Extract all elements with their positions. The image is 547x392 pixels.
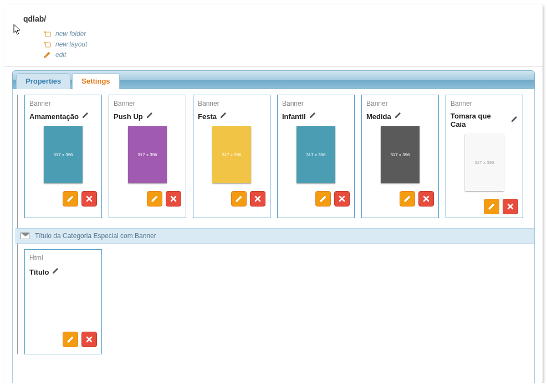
card-type-label: Banner: [198, 100, 265, 107]
section-title: Título da Categoria Especial com Banner: [35, 232, 156, 240]
action-label: new layout: [55, 40, 87, 48]
divider: [4, 66, 543, 67]
pencil-icon[interactable]: [146, 112, 154, 121]
banner-row: BannerAmamentação317 x 396BannerPush Up3…: [24, 95, 529, 218]
card-type-label: Banner: [366, 100, 434, 107]
pencil-icon[interactable]: [511, 116, 518, 125]
edit-button[interactable]: [147, 191, 162, 207]
card-title: Medida: [366, 112, 391, 121]
banner-thumb: 317 x 396: [212, 126, 251, 183]
card-type-label: Banner: [29, 100, 97, 107]
folder-actions: new folder new layout edit: [42, 29, 543, 60]
card-title: Título: [29, 268, 49, 276]
banner-thumb: 317 x 396: [465, 134, 504, 191]
banner-card: BannerAmamentação317 x 396: [24, 95, 102, 218]
panel-body: BannerAmamentação317 x 396BannerPush Up3…: [12, 89, 535, 383]
edit-button[interactable]: [315, 191, 331, 207]
banner-thumb: 317 x 396: [296, 126, 335, 183]
delete-button[interactable]: [334, 191, 350, 207]
svg-rect-3: [45, 43, 50, 47]
banner-thumb: 317 x 396: [128, 126, 167, 183]
action-label: new folder: [55, 30, 86, 38]
card-title: Tomara que Caia: [451, 112, 508, 128]
tab-settings[interactable]: Settings: [72, 73, 119, 89]
delete-button[interactable]: [166, 191, 181, 207]
pencil-icon[interactable]: [82, 112, 89, 121]
delete-button[interactable]: [81, 191, 97, 207]
banner-card: BannerPush Up317 x 396: [109, 95, 186, 218]
section-header[interactable]: Título da Categoria Especial com Banner: [16, 228, 534, 244]
edit-button[interactable]: [400, 191, 415, 207]
pencil-icon: [42, 51, 52, 59]
new-layout-icon: [42, 41, 52, 48]
new-folder-action[interactable]: new folder: [42, 29, 543, 39]
tab-properties[interactable]: Properties: [16, 73, 70, 89]
pencil-icon[interactable]: [309, 112, 316, 121]
new-folder-icon: [42, 30, 52, 37]
card-type-label: Banner: [451, 100, 518, 107]
edit-button[interactable]: [231, 191, 247, 207]
svg-rect-0: [45, 32, 50, 37]
delete-button[interactable]: [418, 191, 434, 207]
breadcrumb[interactable]: qdlab/: [4, 4, 543, 29]
html-card: Html Título: [24, 249, 102, 354]
card-type-label: Html: [29, 254, 97, 262]
pencil-icon[interactable]: [395, 112, 402, 121]
edit-action[interactable]: edit: [42, 50, 543, 60]
card-type-label: Banner: [282, 100, 350, 107]
new-layout-action[interactable]: new layout: [42, 39, 543, 49]
action-label: edit: [55, 51, 66, 59]
card-title: Amamentação: [29, 112, 79, 121]
card-title: Infantil: [282, 112, 306, 121]
banner-card: BannerMedida317 x 396: [361, 95, 439, 218]
edit-button[interactable]: [484, 199, 499, 214]
pencil-icon[interactable]: [220, 112, 227, 121]
mail-icon: [21, 233, 29, 239]
delete-button[interactable]: [503, 199, 518, 214]
banner-card: BannerInfantil317 x 396: [277, 95, 355, 218]
banner-card: BannerFesta317 x 396: [193, 95, 270, 218]
card-title: Push Up: [114, 112, 143, 121]
edit-button[interactable]: [63, 191, 78, 207]
banner-thumb: 317 x 396: [44, 126, 83, 183]
banner-card: BannerTomara que Caia317 x 396: [446, 95, 523, 218]
card-type-label: Banner: [114, 100, 181, 107]
edit-button[interactable]: [63, 332, 78, 347]
banner-thumb: 317 x 396: [381, 126, 420, 183]
pencil-icon[interactable]: [52, 267, 59, 276]
delete-button[interactable]: [81, 332, 97, 347]
delete-button[interactable]: [250, 191, 265, 207]
card-title: Festa: [198, 112, 217, 121]
tab-bar: Properties Settings: [12, 70, 535, 89]
